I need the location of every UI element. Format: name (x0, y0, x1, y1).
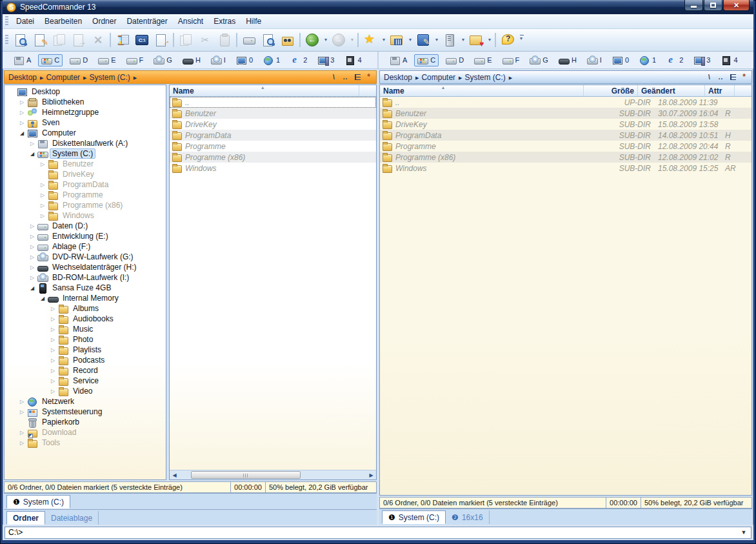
tree-item-daten-d[interactable]: Daten (D:) (5, 221, 166, 231)
tree-item-video[interactable]: Video (5, 386, 166, 396)
expander-icon[interactable] (29, 254, 35, 260)
tab-dateiablage[interactable]: Dateiablage (45, 511, 99, 525)
expander-icon[interactable] (39, 203, 46, 208)
expander-icon[interactable] (39, 182, 46, 188)
menu-bearbeiten[interactable]: Bearbeiten (39, 15, 87, 28)
tab-system-c-left[interactable]: ❶ System (C:) (6, 495, 70, 509)
drive-h-button[interactable]: H (555, 54, 580, 66)
column-header-modified[interactable]: Geändert (638, 85, 705, 96)
drive-a-button[interactable]: A (10, 54, 34, 66)
breadcrumb-segment[interactable]: System (C:) (88, 73, 139, 82)
scroll-right-arrow[interactable]: ▶ (366, 470, 376, 480)
expander-icon[interactable] (29, 265, 35, 270)
expander-icon[interactable] (50, 358, 56, 363)
goto-parent-button[interactable] (342, 74, 349, 81)
tree-view-button[interactable] (729, 74, 736, 81)
menu-hilfe[interactable]: Hilfe (241, 15, 266, 28)
move-files-button[interactable] (70, 31, 88, 49)
expander-icon[interactable] (19, 399, 25, 405)
back-button[interactable] (303, 31, 328, 49)
breadcrumb-segment[interactable]: Desktop (7, 73, 45, 82)
command-prompt-button[interactable] (133, 31, 151, 49)
folder-history-button[interactable] (388, 31, 413, 49)
expander-icon[interactable] (50, 368, 56, 374)
expander-icon[interactable] (39, 161, 46, 167)
tree-item-programdata[interactable]: ProgramData (5, 179, 166, 190)
expander-icon[interactable] (29, 244, 35, 250)
file-row[interactable]: Windows SUB-DIR 15.08.2009 15:25 AR (380, 163, 751, 174)
tab-system-c-right[interactable]: ❶ System (C:) (382, 510, 446, 524)
command-line-input[interactable]: C:\> ▼ (5, 527, 751, 539)
breadcrumb-segment[interactable]: System (C:) (464, 73, 514, 82)
tab-16x16[interactable]: ❷ 16x16 (446, 510, 489, 524)
expander-icon[interactable] (29, 285, 35, 291)
column-header-name[interactable]: Name ▲ (380, 85, 584, 96)
expander-icon[interactable] (50, 347, 56, 353)
expander-icon[interactable] (29, 141, 35, 146)
tree-item-internal-memory[interactable]: Internal Memory (5, 293, 166, 303)
expander-icon[interactable] (39, 192, 46, 198)
special-4-button[interactable]: 4 (341, 54, 364, 66)
drive-c-button[interactable]: C (414, 54, 439, 66)
file-row[interactable]: Benutzer (170, 108, 376, 119)
tree-item-playlists[interactable]: Playlists (5, 345, 166, 355)
tree-item-netzwerk[interactable]: Netzwerk (5, 396, 166, 407)
expander-icon[interactable] (19, 99, 25, 105)
expander-icon[interactable] (19, 130, 25, 136)
tree-item-dvdrw-g[interactable]: DVD-RW-Laufwerk (G:) (5, 252, 166, 262)
file-row[interactable]: .. UP-DIR 18.08.2009 11:39 (380, 97, 751, 108)
tree-item-record[interactable]: Record (5, 365, 166, 376)
menu-datentraeger[interactable]: Datenträger (121, 15, 172, 28)
file-row[interactable]: ProgramData (170, 130, 376, 141)
expander-icon[interactable] (50, 306, 56, 312)
expander-icon[interactable] (50, 388, 56, 394)
file-row[interactable]: ProgramData SUB-DIR 14.08.2009 10:51 H (380, 130, 751, 141)
tree-item-entwicklung-e[interactable]: Entwicklung (E:) (5, 231, 166, 241)
expander-icon[interactable] (29, 223, 35, 229)
tree-item-tools[interactable]: Tools (5, 438, 166, 448)
file-row[interactable]: Programme (x86) SUB-DIR 12.08.2009 21:02… (380, 152, 751, 163)
tree-item-programme[interactable]: Programme (5, 190, 166, 200)
goto-root-button[interactable] (706, 74, 713, 81)
tree-item-systemsteuerung[interactable]: Systemsteuerung (5, 407, 166, 417)
search-button[interactable] (259, 31, 277, 49)
special-1-button[interactable]: 1 (260, 54, 283, 66)
file-row[interactable]: DriveKey SUB-DIR 15.08.2009 13:58 (380, 119, 751, 130)
breadcrumb-segment[interactable]: Computer (45, 73, 88, 82)
quick-edit-button[interactable] (414, 31, 439, 49)
expander-icon[interactable] (39, 213, 46, 219)
tab-ordner[interactable]: Ordner (6, 511, 45, 525)
column-header-attr[interactable]: Attr (705, 85, 735, 96)
tree-item-podcasts[interactable]: Podcasts (5, 355, 166, 365)
scrollbar-thumb[interactable] (191, 471, 301, 479)
special-1-button[interactable]: 1 (636, 54, 659, 66)
toolbar-grip[interactable] (5, 35, 8, 45)
tree-item-ablage-f[interactable]: Ablage (F:) (5, 241, 166, 252)
file-row[interactable]: Benutzer SUB-DIR 30.07.2009 16:04 R (380, 108, 751, 119)
tree-item-heimnetzgruppe[interactable]: Heimnetzgruppe (5, 107, 166, 117)
filter-star-button[interactable] (365, 74, 372, 81)
tree-item-sven[interactable]: Sven (5, 117, 166, 128)
expander-icon[interactable] (19, 440, 25, 446)
file-row[interactable]: DriveKey (170, 119, 376, 130)
favorites-button[interactable] (361, 31, 386, 49)
special-4-button[interactable]: 4 (717, 54, 741, 66)
scrollbar-track[interactable] (179, 470, 366, 480)
job-queue-button[interactable] (114, 31, 132, 49)
tree-view-button[interactable] (353, 74, 361, 81)
chevron-down-icon[interactable]: ▼ (740, 529, 748, 536)
file-systems-button[interactable] (441, 31, 466, 49)
breadcrumb-segment[interactable]: Computer (420, 73, 463, 82)
expander-icon[interactable] (50, 378, 56, 384)
expander-icon[interactable] (29, 234, 35, 239)
special-2-button[interactable]: 2 (287, 54, 310, 66)
copy-files-button[interactable] (50, 31, 68, 49)
expander-icon[interactable] (39, 296, 46, 301)
file-row[interactable]: Programme (170, 141, 376, 152)
minimize-button[interactable] (684, 0, 703, 11)
file-row[interactable]: .. (170, 97, 376, 108)
drive-f-button[interactable]: F (499, 54, 523, 66)
expander-icon[interactable] (50, 337, 56, 343)
drive-g-button[interactable]: G (150, 54, 175, 66)
tree-item-programme-x86[interactable]: Programme (x86) (5, 200, 166, 210)
